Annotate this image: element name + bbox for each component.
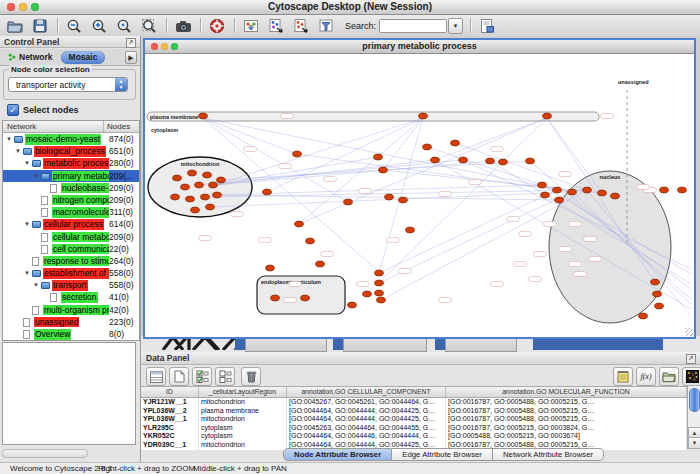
network-node[interactable] [555, 197, 564, 203]
tree-row-response-to-stimulu[interactable]: response to stimulu264(0) [3, 255, 139, 267]
network-node[interactable] [173, 175, 182, 181]
network-node[interactable] [419, 113, 428, 119]
layout-attribute-icon[interactable] [291, 17, 311, 35]
background-window-fragment[interactable] [343, 337, 427, 352]
network-node[interactable] [431, 157, 440, 163]
tree-row-unassigned[interactable]: unassigned223(0) [3, 316, 139, 328]
network-node[interactable] [171, 194, 180, 200]
tree-row-cell-communicat[interactable]: cell communicat22(0) [3, 243, 139, 255]
birds-eye-view[interactable] [2, 342, 136, 445]
save-session-icon[interactable] [30, 17, 50, 35]
background-window-fragment[interactable] [445, 337, 517, 352]
column-header-nodes[interactable]: Nodes [107, 122, 130, 131]
search-dropdown-icon[interactable]: ▼ [448, 18, 463, 34]
tree-row-mosaic-demo-yeast[interactable]: ▼mosaic-demo-yeast874(0) [3, 133, 139, 145]
network-node[interactable] [451, 140, 460, 146]
network-node[interactable] [406, 227, 415, 233]
table-row[interactable]: YLR295Ccytoplasm[GO:0045263, GO:0044464,… [141, 424, 687, 433]
table-column-header[interactable]: ID [141, 387, 199, 397]
expander-icon[interactable]: ▼ [24, 220, 30, 228]
open-file-icon[interactable] [5, 17, 25, 35]
network-node[interactable] [553, 187, 562, 193]
import-file-icon[interactable] [659, 367, 679, 386]
vertical-scrollbar[interactable]: ▲ ▼ [687, 386, 700, 449]
network-node[interactable] [639, 313, 648, 319]
table-row[interactable]: YKR052Ccytoplasm[GO:0044464, GO:0044446,… [141, 432, 687, 441]
expander-icon[interactable]: ▼ [33, 172, 39, 180]
layout-network-icon[interactable] [266, 17, 286, 35]
network-node[interactable] [583, 187, 592, 193]
network-node[interactable] [181, 184, 190, 190]
network-node[interactable] [206, 204, 215, 210]
function-builder-icon[interactable]: f(x) [636, 367, 656, 386]
network-node[interactable] [363, 291, 372, 297]
network-node[interactable] [499, 159, 508, 165]
zoom-out-icon[interactable] [64, 17, 84, 35]
network-node[interactable] [655, 303, 664, 309]
network-node[interactable] [611, 193, 620, 199]
network-node[interactable] [306, 238, 315, 244]
network-node[interactable] [344, 199, 353, 205]
zoom-selected-icon[interactable] [114, 17, 134, 35]
more-tabs-arrow-icon[interactable]: ▶ [125, 51, 137, 64]
tab-edge-attribute-browser[interactable]: Edge Attribute Browser [392, 448, 493, 461]
network-node[interactable] [379, 167, 388, 173]
network-node[interactable] [538, 182, 547, 188]
zoom-in-icon[interactable] [89, 17, 109, 35]
tree-row-overview[interactable]: Overview8(0) [3, 328, 139, 340]
tree-row-cellular-metabo[interactable]: cellular metabo209(0) [3, 231, 139, 243]
scrollbar-thumb[interactable] [689, 388, 700, 412]
float-panel-icon[interactable]: ↗ [126, 38, 136, 48]
filter-icon[interactable] [316, 17, 336, 35]
network-node[interactable] [301, 295, 310, 301]
snapshot-icon[interactable] [173, 17, 193, 35]
network-node[interactable] [213, 192, 222, 198]
network-node[interactable] [385, 194, 394, 200]
expander-icon[interactable]: ▼ [6, 135, 12, 143]
float-panel-icon[interactable]: ↗ [686, 354, 696, 364]
select-nodes-checkbox[interactable]: ✓ [7, 104, 19, 116]
region-plasma-membrane[interactable] [147, 112, 599, 121]
network-node[interactable] [195, 182, 204, 188]
network-node[interactable] [201, 194, 210, 200]
network-canvas[interactable]: plasma membranecytoplasmmitochondrionnuc… [145, 54, 694, 336]
network-node[interactable] [598, 190, 607, 196]
network-node[interactable] [568, 189, 577, 195]
network-node[interactable] [191, 207, 200, 213]
attribute-matrix-icon[interactable] [682, 367, 700, 386]
tree-row-multi-organism-pro[interactable]: multi-organism pro42(0) [3, 304, 139, 316]
table-column-header[interactable]: annotation.GO MOLECULAR_FUNCTION [446, 387, 687, 397]
tree-row-nucleobase-[interactable]: nucleobase-209(0) [3, 182, 139, 194]
view-manager-icon[interactable] [241, 17, 261, 35]
network-node[interactable] [374, 154, 383, 160]
network-node[interactable] [217, 177, 226, 183]
column-header-network[interactable]: Network [7, 122, 36, 131]
network-node[interactable] [266, 265, 275, 271]
tree-row-metabolic-process[interactable]: ▼metabolic process280(0) [3, 157, 139, 169]
tree-row-transport[interactable]: ▼transport558(0) [3, 279, 139, 291]
network-node[interactable] [375, 280, 384, 286]
network-node[interactable] [186, 196, 195, 202]
network-node[interactable] [375, 270, 384, 276]
new-attribute-icon[interactable] [169, 367, 189, 386]
help-icon[interactable] [207, 17, 227, 35]
scroll-down-icon[interactable]: ▼ [688, 437, 700, 449]
tree-row-secretion[interactable]: secretion41(0) [3, 291, 139, 303]
search-input[interactable] [379, 19, 447, 33]
network-node[interactable] [263, 189, 272, 195]
network-node[interactable] [651, 279, 660, 285]
table-row[interactable]: YPL036W__1mitochondrion[GO:0044464, GO:0… [141, 415, 687, 424]
network-node[interactable] [293, 151, 302, 157]
network-node[interactable] [526, 158, 535, 164]
import-attributes-icon[interactable] [477, 17, 497, 35]
network-node[interactable] [375, 290, 384, 296]
attribute-table-icon[interactable] [146, 367, 166, 386]
tree-row-cellular-process[interactable]: ▼cellular process614(0) [3, 218, 139, 230]
network-node[interactable] [543, 113, 552, 119]
tree-row-biological-process[interactable]: ▼biological_process651(0) [3, 145, 139, 157]
network-node[interactable] [399, 197, 408, 203]
table-column-header[interactable]: _cellularLayoutRegion [199, 387, 287, 397]
tab-node-attribute-browser[interactable]: Node Attribute Browser [283, 448, 392, 461]
tab-network[interactable]: Network [0, 51, 61, 64]
tree-row-nitrogen-compo[interactable]: nitrogen compo209(0) [3, 194, 139, 206]
